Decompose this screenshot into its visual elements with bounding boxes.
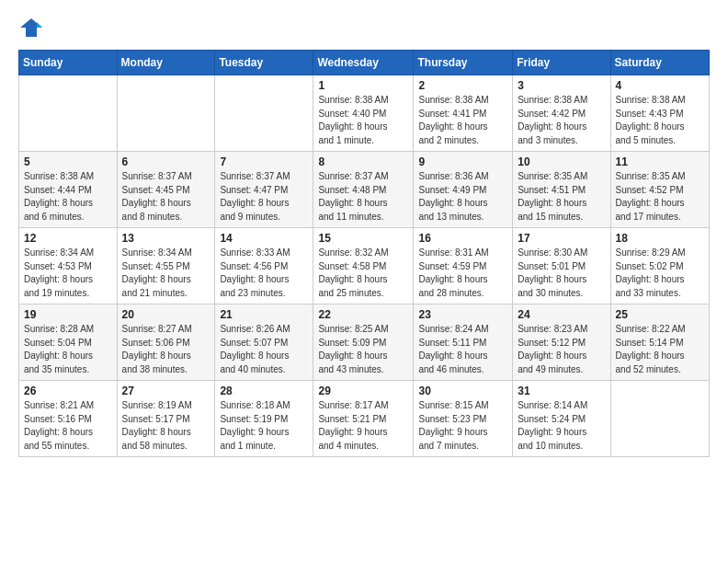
day-cell: 21Sunrise: 8:26 AMSunset: 5:07 PMDayligh… — [215, 304, 313, 381]
day-info: Sunrise: 8:21 AMSunset: 5:16 PMDaylight:… — [24, 399, 112, 453]
day-cell — [117, 75, 215, 152]
week-row-5: 26Sunrise: 8:21 AMSunset: 5:16 PMDayligh… — [19, 381, 710, 457]
day-info: Sunrise: 8:30 AMSunset: 5:01 PMDaylight:… — [518, 247, 605, 300]
day-cell: 4Sunrise: 8:38 AMSunset: 4:43 PMDaylight… — [610, 75, 709, 152]
day-number: 17 — [518, 232, 605, 245]
logo — [18, 15, 48, 40]
week-row-4: 19Sunrise: 8:28 AMSunset: 5:04 PMDayligh… — [19, 304, 710, 381]
week-row-1: 1Sunrise: 8:38 AMSunset: 4:40 PMDaylight… — [19, 75, 710, 152]
day-cell: 26Sunrise: 8:21 AMSunset: 5:16 PMDayligh… — [19, 381, 118, 457]
day-cell: 6Sunrise: 8:37 AMSunset: 4:45 PMDaylight… — [117, 152, 215, 228]
day-info: Sunrise: 8:38 AMSunset: 4:42 PMDaylight:… — [518, 94, 605, 147]
day-cell: 2Sunrise: 8:38 AMSunset: 4:41 PMDaylight… — [414, 75, 513, 152]
day-info: Sunrise: 8:36 AMSunset: 4:49 PMDaylight:… — [418, 170, 507, 224]
day-info: Sunrise: 8:37 AMSunset: 4:47 PMDaylight:… — [220, 170, 308, 224]
day-number: 5 — [24, 155, 112, 168]
day-cell: 24Sunrise: 8:23 AMSunset: 5:12 PMDayligh… — [513, 304, 610, 381]
day-number: 14 — [220, 232, 308, 245]
weekday-header-monday: Monday — [117, 51, 215, 75]
day-cell: 1Sunrise: 8:38 AMSunset: 4:40 PMDaylight… — [313, 75, 414, 152]
weekday-header-saturday: Saturday — [610, 51, 709, 75]
day-number: 28 — [220, 385, 308, 397]
day-info: Sunrise: 8:27 AMSunset: 5:06 PMDaylight:… — [122, 323, 210, 376]
day-cell: 16Sunrise: 8:31 AMSunset: 4:59 PMDayligh… — [414, 228, 513, 304]
day-info: Sunrise: 8:34 AMSunset: 4:55 PMDaylight:… — [122, 247, 210, 300]
day-cell: 10Sunrise: 8:35 AMSunset: 4:51 PMDayligh… — [513, 152, 610, 228]
day-number: 10 — [518, 155, 605, 168]
week-row-3: 12Sunrise: 8:34 AMSunset: 4:53 PMDayligh… — [19, 228, 710, 304]
day-info: Sunrise: 8:38 AMSunset: 4:44 PMDaylight:… — [24, 170, 112, 224]
day-number: 27 — [122, 385, 210, 397]
logo-icon — [18, 15, 44, 40]
day-number: 22 — [318, 308, 408, 321]
day-number: 18 — [616, 232, 704, 245]
day-info: Sunrise: 8:34 AMSunset: 4:53 PMDaylight:… — [24, 247, 112, 300]
day-cell — [215, 75, 313, 152]
day-info: Sunrise: 8:18 AMSunset: 5:19 PMDaylight:… — [220, 399, 308, 453]
day-info: Sunrise: 8:35 AMSunset: 4:52 PMDaylight:… — [616, 170, 704, 224]
day-cell: 22Sunrise: 8:25 AMSunset: 5:09 PMDayligh… — [313, 304, 414, 381]
day-number: 16 — [418, 232, 507, 245]
day-number: 8 — [318, 155, 408, 168]
day-info: Sunrise: 8:28 AMSunset: 5:04 PMDaylight:… — [24, 323, 112, 376]
day-cell: 11Sunrise: 8:35 AMSunset: 4:52 PMDayligh… — [610, 152, 709, 228]
day-info: Sunrise: 8:24 AMSunset: 5:11 PMDaylight:… — [418, 323, 507, 376]
day-cell: 25Sunrise: 8:22 AMSunset: 5:14 PMDayligh… — [610, 304, 709, 381]
day-cell: 28Sunrise: 8:18 AMSunset: 5:19 PMDayligh… — [215, 381, 313, 457]
day-cell: 20Sunrise: 8:27 AMSunset: 5:06 PMDayligh… — [117, 304, 215, 381]
day-cell: 18Sunrise: 8:29 AMSunset: 5:02 PMDayligh… — [610, 228, 709, 304]
day-cell: 29Sunrise: 8:17 AMSunset: 5:21 PMDayligh… — [313, 381, 414, 457]
day-number: 4 — [616, 79, 704, 92]
weekday-row: SundayMondayTuesdayWednesdayThursdayFrid… — [19, 51, 710, 75]
day-info: Sunrise: 8:14 AMSunset: 5:24 PMDaylight:… — [518, 399, 605, 453]
day-cell: 23Sunrise: 8:24 AMSunset: 5:11 PMDayligh… — [414, 304, 513, 381]
day-info: Sunrise: 8:26 AMSunset: 5:07 PMDaylight:… — [220, 323, 308, 376]
day-number: 29 — [318, 385, 408, 397]
day-number: 9 — [418, 155, 507, 168]
week-row-2: 5Sunrise: 8:38 AMSunset: 4:44 PMDaylight… — [19, 152, 710, 228]
day-number: 25 — [616, 308, 704, 321]
day-cell: 9Sunrise: 8:36 AMSunset: 4:49 PMDaylight… — [414, 152, 513, 228]
day-cell: 17Sunrise: 8:30 AMSunset: 5:01 PMDayligh… — [513, 228, 610, 304]
page: SundayMondayTuesdayWednesdayThursdayFrid… — [0, 0, 728, 472]
day-number: 15 — [318, 232, 408, 245]
day-number: 20 — [122, 308, 210, 321]
calendar-table: SundayMondayTuesdayWednesdayThursdayFrid… — [18, 50, 710, 457]
day-cell: 31Sunrise: 8:14 AMSunset: 5:24 PMDayligh… — [513, 381, 610, 457]
day-number: 3 — [518, 79, 605, 92]
weekday-header-friday: Friday — [513, 51, 610, 75]
day-number: 11 — [616, 155, 704, 168]
day-number: 2 — [418, 79, 507, 92]
day-info: Sunrise: 8:17 AMSunset: 5:21 PMDaylight:… — [318, 399, 408, 453]
day-number: 30 — [418, 385, 507, 397]
day-number: 19 — [24, 308, 112, 321]
day-number: 21 — [220, 308, 308, 321]
day-info: Sunrise: 8:23 AMSunset: 5:12 PMDaylight:… — [518, 323, 605, 376]
day-number: 7 — [220, 155, 308, 168]
day-cell — [610, 381, 709, 457]
day-info: Sunrise: 8:29 AMSunset: 5:02 PMDaylight:… — [616, 247, 704, 300]
day-info: Sunrise: 8:25 AMSunset: 5:09 PMDaylight:… — [318, 323, 408, 376]
day-info: Sunrise: 8:31 AMSunset: 4:59 PMDaylight:… — [418, 247, 507, 300]
day-cell: 3Sunrise: 8:38 AMSunset: 4:42 PMDaylight… — [513, 75, 610, 152]
day-cell: 12Sunrise: 8:34 AMSunset: 4:53 PMDayligh… — [19, 228, 118, 304]
weekday-header-thursday: Thursday — [414, 51, 513, 75]
day-cell: 30Sunrise: 8:15 AMSunset: 5:23 PMDayligh… — [414, 381, 513, 457]
day-info: Sunrise: 8:38 AMSunset: 4:43 PMDaylight:… — [616, 94, 704, 147]
day-cell: 5Sunrise: 8:38 AMSunset: 4:44 PMDaylight… — [19, 152, 118, 228]
day-number: 1 — [318, 79, 408, 92]
day-number: 23 — [418, 308, 507, 321]
day-cell: 8Sunrise: 8:37 AMSunset: 4:48 PMDaylight… — [313, 152, 414, 228]
day-cell: 27Sunrise: 8:19 AMSunset: 5:17 PMDayligh… — [117, 381, 215, 457]
calendar-body: 1Sunrise: 8:38 AMSunset: 4:40 PMDaylight… — [19, 75, 710, 457]
day-info: Sunrise: 8:38 AMSunset: 4:40 PMDaylight:… — [318, 94, 408, 147]
day-cell: 7Sunrise: 8:37 AMSunset: 4:47 PMDaylight… — [215, 152, 313, 228]
day-number: 31 — [518, 385, 605, 397]
day-cell — [19, 75, 118, 152]
day-cell: 13Sunrise: 8:34 AMSunset: 4:55 PMDayligh… — [117, 228, 215, 304]
weekday-header-tuesday: Tuesday — [215, 51, 313, 75]
weekday-header-sunday: Sunday — [19, 51, 118, 75]
day-number: 12 — [24, 232, 112, 245]
day-info: Sunrise: 8:19 AMSunset: 5:17 PMDaylight:… — [122, 399, 210, 453]
day-info: Sunrise: 8:37 AMSunset: 4:45 PMDaylight:… — [122, 170, 210, 224]
